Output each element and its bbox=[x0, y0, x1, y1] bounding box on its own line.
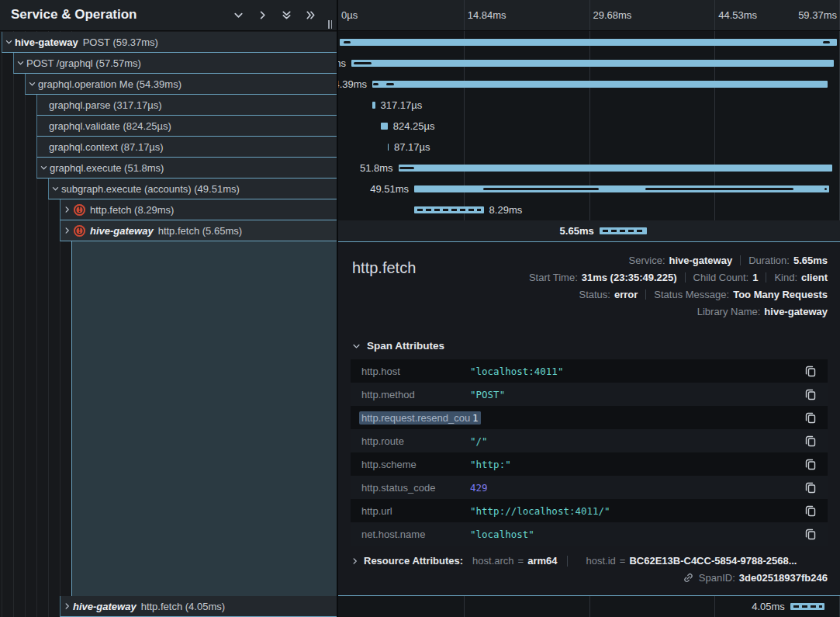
tree-row[interactable]: subgraph.execute (accounts) (49.51ms) bbox=[48, 179, 337, 199]
child-span-marker bbox=[823, 41, 830, 43]
overview-line: Library Name:hive-gateway bbox=[697, 303, 828, 320]
panel-resize-handle[interactable] bbox=[328, 20, 334, 29]
attribute-key: http.status_code bbox=[361, 482, 470, 494]
chevron-spacer bbox=[37, 121, 49, 130]
span-tree-panel: Service & Operation hive-gatewayPOST (59… bbox=[0, 0, 337, 617]
span-label: subgraph.execute (accounts) (49.51ms) bbox=[61, 183, 240, 195]
span-duration-bar[interactable] bbox=[340, 39, 837, 46]
overview-label: Child Count: bbox=[693, 272, 749, 283]
span-duration-bar[interactable] bbox=[381, 123, 388, 130]
timeline-tick: 29.68ms bbox=[593, 9, 632, 21]
overview-label: Start Time: bbox=[529, 272, 578, 283]
overview-value: 1 bbox=[752, 272, 758, 283]
waterfall-row: 54.39ms bbox=[338, 74, 840, 95]
span-title: http.fetch bbox=[352, 259, 416, 277]
span-label: graphql.validate (824.25µs) bbox=[49, 120, 171, 132]
tree-row[interactable]: POST /graphql (57.57ms) bbox=[13, 53, 337, 74]
link-icon[interactable] bbox=[683, 572, 694, 584]
chevron-down-icon[interactable] bbox=[16, 58, 25, 68]
attribute-value: "POST" bbox=[470, 389, 505, 400]
chevron-right-icon bbox=[351, 556, 359, 566]
attribute-row: http.request.resend_count1 bbox=[351, 406, 828, 429]
double-chevron-down-icon[interactable] bbox=[281, 9, 292, 21]
waterfall-row: 87.17µs bbox=[338, 137, 840, 158]
attribute-key: http.request.resend_count bbox=[361, 412, 470, 424]
span-duration-bar[interactable] bbox=[388, 144, 389, 151]
tree-row[interactable]: !http.fetch (8.29ms) bbox=[60, 199, 337, 220]
tree-header-icons bbox=[233, 9, 316, 21]
copy-icon[interactable] bbox=[804, 365, 817, 377]
chevron-down-icon[interactable] bbox=[5, 37, 13, 47]
tree-row[interactable]: graphql.operation Me (54.39ms) bbox=[25, 74, 337, 95]
overview-line: Start Time:31ms (23:35:49.225)Child Coun… bbox=[529, 269, 828, 286]
span-label: graphql.parse (317.17µs) bbox=[49, 99, 162, 111]
chevron-right-icon[interactable] bbox=[257, 9, 268, 21]
tree-row[interactable]: graphql.validate (824.25µs) bbox=[36, 116, 337, 137]
span-label: http.fetch (8.29ms) bbox=[90, 204, 174, 216]
tree-row[interactable]: graphql.context (87.17µs) bbox=[36, 137, 337, 158]
copy-icon[interactable] bbox=[804, 504, 817, 517]
copy-icon[interactable] bbox=[804, 458, 817, 470]
chevron-right-icon[interactable] bbox=[63, 205, 71, 214]
error-icon: ! bbox=[74, 204, 85, 216]
span-duration-bar[interactable] bbox=[372, 102, 375, 109]
child-span-marker bbox=[344, 41, 351, 43]
copy-icon[interactable] bbox=[804, 481, 817, 494]
overview-value: hive-gateway bbox=[764, 306, 828, 317]
timeline-tick: 0µs bbox=[341, 9, 358, 21]
service-name: hive-gateway bbox=[90, 225, 154, 237]
overview-value: error bbox=[614, 289, 638, 300]
tree-row[interactable]: graphql.execute (51.8ms) bbox=[36, 158, 337, 179]
overview-value: 5.65ms bbox=[793, 255, 828, 266]
timeline-tick: 59.37ms bbox=[798, 9, 837, 21]
span-label: graphql.execute (51.8ms) bbox=[50, 162, 164, 174]
tree-row[interactable]: hive-gatewayhttp.fetch (4.05ms) bbox=[60, 596, 337, 617]
timeline-tick: 14.84ms bbox=[468, 9, 506, 21]
copy-icon[interactable] bbox=[804, 388, 817, 400]
chevron-right-icon[interactable] bbox=[63, 601, 71, 611]
overview-label: Duration: bbox=[748, 255, 790, 266]
waterfall-row: 317.17µs bbox=[338, 95, 840, 116]
copy-icon[interactable] bbox=[804, 528, 817, 540]
chevron-down-icon[interactable] bbox=[233, 9, 244, 21]
tree-row[interactable]: graphql.parse (317.17µs) bbox=[36, 95, 337, 116]
attribute-row: http.host"localhost:4011" bbox=[351, 359, 828, 383]
span-duration-bar[interactable] bbox=[372, 81, 828, 88]
waterfall-row: 5.65ms bbox=[338, 220, 840, 241]
resource-attributes-title: Resource Attributes: bbox=[364, 555, 463, 567]
chevron-down-icon[interactable] bbox=[40, 163, 48, 172]
duration-label: 87.17µs bbox=[394, 141, 430, 153]
tree-row[interactable]: !hive-gatewayhttp.fetch (5.65ms) bbox=[60, 220, 337, 241]
span-label: graphql.context (87.17µs) bbox=[49, 141, 164, 153]
chevron-spacer bbox=[37, 100, 49, 109]
selected-span-expanded-area bbox=[71, 241, 337, 596]
tree-row[interactable]: hive-gatewayPOST (59.37ms) bbox=[2, 32, 337, 53]
attribute-row: net.host.name"localhost" bbox=[351, 522, 828, 546]
span-duration-bar[interactable] bbox=[351, 60, 834, 67]
copy-icon[interactable] bbox=[804, 435, 817, 447]
double-chevron-right-icon[interactable] bbox=[305, 9, 316, 21]
span-overview: Service:hive-gatewayDuration:5.65msStart… bbox=[529, 251, 828, 320]
duration-label: 51.8ms bbox=[360, 162, 393, 174]
child-span-marker-dashed bbox=[603, 230, 645, 232]
error-icon: ! bbox=[74, 225, 85, 237]
child-span-marker-dashed bbox=[417, 209, 481, 211]
span-attributes-section-header[interactable]: Span Attributes bbox=[351, 340, 828, 352]
span-duration-bar[interactable] bbox=[399, 165, 832, 172]
attribute-row: http.route"/" bbox=[351, 429, 828, 452]
chevron-down-icon[interactable] bbox=[28, 79, 36, 88]
overview-label: Library Name: bbox=[697, 306, 761, 317]
resource-key: host.id bbox=[586, 555, 616, 567]
attribute-row: http.url"http://localhost:4011/" bbox=[351, 499, 828, 522]
overview-separator bbox=[685, 272, 686, 283]
resource-attributes-row[interactable]: Resource Attributes:host.arch=arm64host.… bbox=[351, 555, 828, 567]
chevron-right-icon[interactable] bbox=[63, 226, 71, 235]
span-id-label: SpanID: bbox=[699, 572, 735, 584]
attribute-value: "http:" bbox=[470, 459, 511, 470]
child-span-marker bbox=[386, 83, 394, 85]
chevron-down-icon[interactable] bbox=[51, 184, 60, 193]
attribute-key: http.url bbox=[361, 505, 470, 517]
overview-label: Status Message: bbox=[654, 289, 729, 300]
copy-icon[interactable] bbox=[804, 411, 817, 424]
duration-label: 824.25µs bbox=[393, 120, 435, 132]
